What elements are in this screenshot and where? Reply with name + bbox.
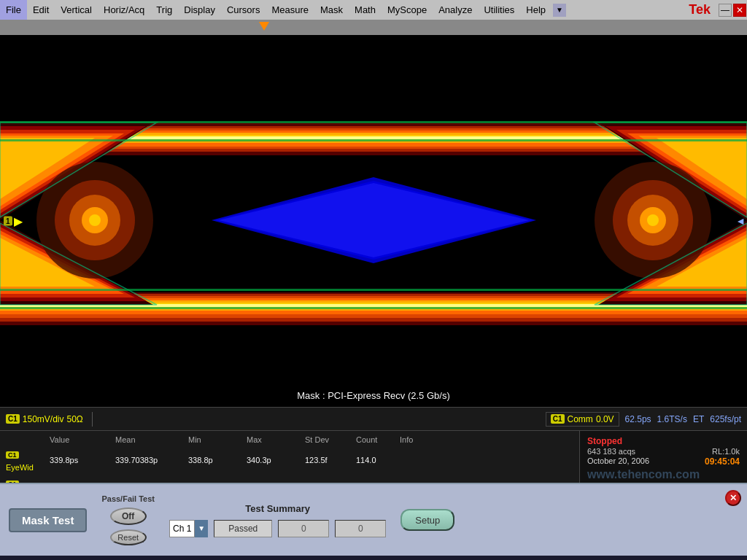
header-max: Max xyxy=(247,435,305,444)
mask-test-title: Mask Test xyxy=(9,508,87,532)
tek-logo: Tek xyxy=(681,2,718,18)
header-value: Value xyxy=(50,435,115,444)
ch1-ohm: 50Ω xyxy=(67,414,83,424)
pass-fail-group: Pass/Fail Test Off Reset xyxy=(101,494,155,545)
header-info: Info xyxy=(400,435,458,444)
measurements-header: Value Mean Min Max St Dev Count Info xyxy=(6,434,573,446)
menu-bar: File Edit Vertical Horiz/Acq Trig Displa… xyxy=(0,0,747,20)
ch1-status: C1 150mV/div 50Ω xyxy=(0,414,89,424)
status-right: C1 Comm 0.0V 62.5ps 1.6TS/s ET 625fs/pt xyxy=(540,412,747,427)
eyewid-max: 340.3p xyxy=(247,456,305,464)
eyewid-min: 338.8p xyxy=(188,456,247,464)
measurements-table: Value Mean Min Max St Dev Count Info C1 … xyxy=(0,431,579,483)
header-mean: Mean xyxy=(115,435,188,444)
watermark: www.tehencom.com xyxy=(587,468,740,481)
menu-dropdown-icon[interactable]: ▼ xyxy=(553,4,566,17)
ts-rate: 1.6TS/s xyxy=(657,414,687,424)
test-summary-title: Test Summary xyxy=(245,503,310,514)
ruler-top xyxy=(0,20,747,35)
ch-select-input[interactable]: Ch 1 xyxy=(169,520,195,537)
window-minimize-button[interactable]: — xyxy=(719,4,732,17)
menu-edit[interactable]: Edit xyxy=(27,0,55,20)
menu-vertical[interactable]: Vertical xyxy=(55,0,98,20)
ch-select-arrow-icon[interactable]: ▼ xyxy=(195,520,208,537)
eyewid-count: 114.0 xyxy=(356,456,400,464)
svg-rect-53 xyxy=(0,121,747,123)
header-ch xyxy=(6,435,50,444)
ch1-box: 1 xyxy=(4,217,12,226)
et-label: ET xyxy=(693,414,704,424)
menu-analyze[interactable]: Analyze xyxy=(433,0,478,20)
trigger-arrow xyxy=(259,22,269,31)
menu-trig[interactable]: Trig xyxy=(150,0,178,20)
ch-select-wrapper: Ch 1 ▼ xyxy=(169,520,208,537)
menu-math[interactable]: Math xyxy=(349,0,382,20)
svg-point-48 xyxy=(647,214,659,226)
status-bar: C1 150mV/div 50Ω C1 Comm 0.0V 62.5ps 1.6… xyxy=(0,407,747,430)
comm-label: Comm xyxy=(568,414,593,424)
meas-row-eyewid: C1 EyeWid 339.8ps 339.70383p 338.8p 340.… xyxy=(6,446,573,475)
rp-acq-count: 643 183 acqs xyxy=(587,447,635,456)
menu-help[interactable]: Help xyxy=(520,0,551,20)
scope-display: Mask : PCI-Express Recv (2.5 Gb/s) 1 ▶ ◄ xyxy=(0,20,747,407)
header-count: Count xyxy=(356,435,400,444)
test-summary-controls: Ch 1 ▼ Passed 0 0 xyxy=(169,520,386,537)
mask-label: Mask : PCI-Express Recv (2.5 Gb/s) xyxy=(297,390,450,401)
date-line: October 20, 2006 09:45:04 xyxy=(587,456,740,467)
svg-rect-55 xyxy=(0,289,747,291)
fail-count-box: 0 xyxy=(278,520,329,537)
svg-rect-56 xyxy=(0,307,747,309)
setup-button[interactable]: Setup xyxy=(400,509,454,531)
menu-measure[interactable]: Measure xyxy=(266,0,314,20)
fs-pt: 625fs/pt xyxy=(710,414,741,424)
menu-utilities[interactable]: Utilities xyxy=(478,0,520,20)
right-panel: Stopped 643 183 acqs RL:1.0k October 20,… xyxy=(579,431,747,483)
meas-ch1-badge-1: C1 EyeWid xyxy=(6,447,50,473)
svg-point-43 xyxy=(89,214,101,226)
comm-voltage: 0.0V xyxy=(596,414,614,424)
eyewid-value: 339.8ps xyxy=(50,456,115,464)
comm-ch-box: C1 xyxy=(551,414,565,424)
ch1-arrow: ▶ xyxy=(14,214,23,228)
menu-display[interactable]: Display xyxy=(178,0,221,20)
total-count-box: 0 xyxy=(335,520,386,537)
status-divider-1 xyxy=(92,412,93,427)
rp-time: 09:45:04 xyxy=(705,456,740,467)
panel-close-button[interactable]: ✕ xyxy=(725,490,741,506)
menu-file[interactable]: File xyxy=(0,0,27,20)
eye-diagram-svg xyxy=(0,35,747,405)
svg-rect-54 xyxy=(0,139,747,141)
ch1-status-badge: C1 xyxy=(6,414,20,424)
comm-badge: C1 Comm 0.0V xyxy=(546,412,619,427)
menu-mask[interactable]: Mask xyxy=(314,0,349,20)
window-close-button[interactable]: ✕ xyxy=(733,4,746,17)
rp-stopped: Stopped xyxy=(587,436,622,446)
test-summary-group: Test Summary Ch 1 ▼ Passed 0 0 xyxy=(169,503,386,537)
header-stdev: St Dev xyxy=(305,435,356,444)
pass-fail-title: Pass/Fail Test xyxy=(101,494,155,503)
rp-date: October 20, 2006 xyxy=(587,456,649,467)
eyewid-stdev: 123.5f xyxy=(305,456,356,464)
eye-diagram: Mask : PCI-Express Recv (2.5 Gb/s) 1 ▶ ◄ xyxy=(0,35,747,407)
menu-horiz-acq[interactable]: Horiz/Acq xyxy=(98,0,150,20)
ch1-mv-div: 150mV/div xyxy=(23,414,64,424)
ch1-indicator-right: ◄ xyxy=(735,215,746,227)
menu-myscope[interactable]: MyScope xyxy=(382,0,433,20)
acq-count-line: 643 183 acqs RL:1.0k xyxy=(587,447,740,456)
acq-rate-line: Stopped xyxy=(587,436,740,446)
passed-status-badge: Passed xyxy=(214,520,272,537)
header-min: Min xyxy=(188,435,247,444)
pass-fail-off-button[interactable]: Off xyxy=(110,508,147,525)
menu-cursors[interactable]: Cursors xyxy=(221,0,266,20)
reset-button[interactable]: Reset xyxy=(110,529,147,545)
rp-rl: RL:1.0k xyxy=(712,447,740,456)
ch1-indicator-left: 1 ▶ xyxy=(4,214,23,228)
acq-rate: 62.5ps xyxy=(625,414,651,424)
eyewid-mean: 339.70383p xyxy=(115,456,188,464)
measurements-area: Value Mean Min Max St Dev Count Info C1 … xyxy=(0,430,747,483)
mask-test-panel: Mask Test Pass/Fail Test Off Reset Test … xyxy=(0,483,747,556)
